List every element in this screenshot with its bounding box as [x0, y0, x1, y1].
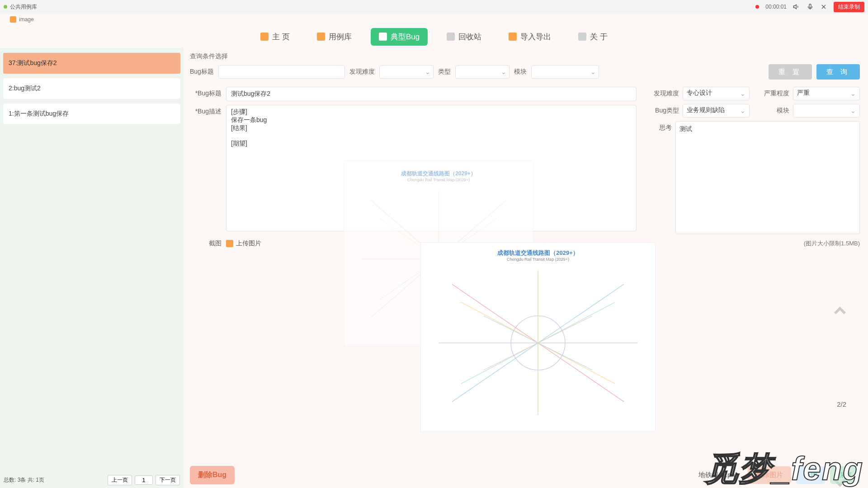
stop-record-button[interactable]: 结束录制	[834, 2, 864, 12]
delete-image-button[interactable]: 删除图片	[748, 466, 791, 484]
filter-module-label: 模块	[514, 68, 527, 76]
current-image-name: 地铁规划.png	[698, 471, 739, 479]
bug-title-input[interactable]: 测试bug保存2	[226, 87, 637, 101]
map1-sub: Chengdu Rail Transit Map (2029+)	[353, 178, 524, 182]
severity-field-label: 严重程度	[753, 89, 789, 98]
image-tab-label: image	[19, 16, 34, 23]
map2-sub: Chengdu Rail Transit Map (2029+)	[429, 257, 646, 262]
home-icon	[260, 33, 269, 41]
svg-rect-0	[809, 4, 811, 8]
bug-title-label: *Bug标题	[190, 87, 226, 98]
pager-next-button[interactable]: 下一页	[156, 475, 180, 485]
delete-bug-button[interactable]: 删除Bug	[190, 466, 235, 484]
filter-header: 查询条件选择	[190, 52, 860, 61]
image-page-counter: 2/2	[837, 400, 846, 408]
pager-summary: 总数: 3条 共: 1页	[4, 476, 44, 484]
map2-title: 成都轨道交通线路图（2029+）	[429, 249, 646, 257]
top-nav: 主 页 用例库 典型Bug 回收站 导入导出 关 于	[0, 25, 868, 48]
filter-bar: 查询条件选择 Bug标题 发现难度 类型 模块 重 置 查 询	[190, 52, 860, 80]
library-icon	[317, 33, 325, 41]
microphone-icon[interactable]	[807, 3, 814, 10]
sidebar-pager: 总数: 3条 共: 1页 上一页 下一页	[4, 475, 180, 485]
nav-about[interactable]: 关 于	[570, 28, 616, 46]
screenshot-preview-zone: 成都轨道交通线路图（2029+） Chengdu Rail Transit Ma…	[231, 251, 860, 441]
bug-list-item[interactable]: 37:测试bug保存2	[3, 52, 181, 74]
nav-about-label: 关 于	[590, 32, 608, 42]
screenshot-image-front[interactable]: 成都轨道交通线路图（2029+） Chengdu Rail Transit Ma…	[420, 242, 656, 432]
record-timer: 00:00:01	[765, 4, 787, 10]
filter-module-select[interactable]	[535, 66, 595, 78]
nav-typical-bug[interactable]: 典型Bug	[371, 28, 428, 46]
trash-icon	[447, 33, 455, 41]
bug-list-sidebar: 37:测试bug保存2 2:bug测试2 1:第一条测试bug保存 总数: 3条…	[0, 48, 184, 488]
screenshot-label: 截图	[190, 239, 226, 248]
filter-type-select[interactable]	[459, 66, 505, 78]
nav-home-label: 主 页	[272, 32, 290, 42]
nav-testcase-lib[interactable]: 用例库	[309, 28, 360, 46]
transit-map-graphic	[429, 262, 646, 424]
pager-page-input[interactable]	[135, 475, 153, 485]
upload-icon	[226, 240, 233, 247]
nav-io-label: 导入导出	[520, 32, 551, 42]
import-export-icon	[509, 33, 517, 41]
upload-image-button[interactable]: 上传图片	[226, 239, 261, 248]
bugtype-select[interactable]: 业务规则缺陷	[683, 104, 750, 117]
speaker-icon[interactable]	[793, 3, 800, 10]
window-title: 公共用例库	[10, 3, 37, 11]
bugtype-field-label: Bug类型	[643, 107, 679, 115]
image-tab-icon	[10, 16, 16, 23]
map1-title: 成都轨道交通线路图（2029+）	[353, 170, 524, 178]
image-prev-arrow[interactable]	[830, 301, 850, 323]
sub-titlebar: image	[0, 14, 868, 25]
nav-import-export[interactable]: 导入导出	[500, 28, 559, 46]
reset-button[interactable]: 重 置	[769, 64, 812, 80]
nav-bug-label: 典型Bug	[391, 32, 420, 42]
about-icon	[578, 33, 586, 41]
save-button[interactable]: 保存	[830, 466, 860, 484]
filter-type-label: 类型	[438, 68, 451, 76]
bug-list-item[interactable]: 1:第一条测试bug保存	[3, 103, 181, 125]
nav-home[interactable]: 主 页	[252, 28, 298, 46]
filter-title-input[interactable]	[218, 65, 345, 79]
difficulty-select[interactable]: 专心设计	[683, 87, 750, 100]
difficulty-field-label: 发现难度	[643, 89, 679, 98]
nav-trash-label: 回收站	[458, 32, 481, 42]
think-textarea[interactable]: 测试	[675, 121, 860, 234]
severity-select[interactable]: 严重	[793, 87, 860, 100]
app-status-dot	[4, 5, 7, 9]
think-label: 思考	[643, 121, 675, 234]
module-select[interactable]	[793, 104, 860, 117]
record-indicator-icon	[755, 5, 759, 9]
window-titlebar: 公共用例库 00:00:01 结束录制	[0, 0, 868, 14]
nav-lib-label: 用例库	[329, 32, 352, 42]
bottom-action-bar: 删除Bug 地铁规划.png 删除图片 新增 保存	[190, 466, 860, 484]
bug-desc-label: *Bug描述	[190, 105, 226, 116]
upload-limit-text: (图片大小限制1.5MB)	[804, 239, 860, 248]
nav-trash[interactable]: 回收站	[439, 28, 490, 46]
close-icon[interactable]	[820, 3, 827, 10]
module-field-label: 模块	[753, 107, 789, 115]
add-new-button[interactable]: 新增	[796, 466, 826, 484]
upload-label: 上传图片	[236, 239, 261, 248]
pager-prev-button[interactable]: 上一页	[108, 475, 132, 485]
filter-title-label: Bug标题	[190, 68, 214, 76]
bug-list-item[interactable]: 2:bug测试2	[3, 78, 181, 99]
content-area: 查询条件选择 Bug标题 发现难度 类型 模块 重 置 查 询 *Bug标题 测…	[184, 48, 868, 488]
bug-icon	[379, 33, 387, 41]
filter-difficulty-select[interactable]	[383, 66, 429, 78]
filter-difficulty-label: 发现难度	[349, 68, 375, 76]
search-button[interactable]: 查 询	[816, 64, 860, 80]
